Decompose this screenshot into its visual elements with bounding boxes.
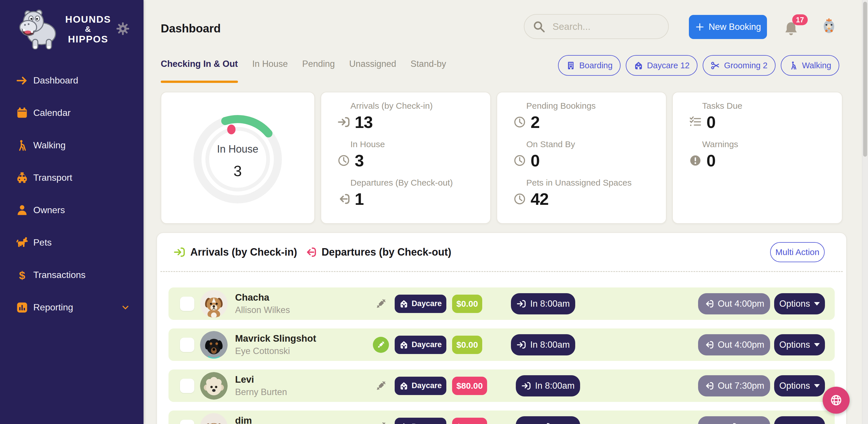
check-out-button[interactable]: Out 4:00pm bbox=[698, 334, 770, 355]
tab-pending[interactable]: Pending bbox=[302, 59, 335, 71]
service-label: Daycare bbox=[412, 422, 442, 424]
daycare-icon bbox=[399, 381, 408, 390]
sidebar-item-owners[interactable]: Owners bbox=[0, 194, 144, 226]
check-in-icon bbox=[337, 116, 350, 129]
stat-in-house: In House 3 bbox=[337, 139, 490, 170]
stat-label: Arrivals (by Check-in) bbox=[350, 101, 490, 111]
check-in-button[interactable]: In 8:00am bbox=[511, 293, 575, 315]
stat-card: Pending Bookings 2 On Stand By 0 Pets in… bbox=[497, 92, 667, 224]
stat-tasks-due: Tasks Due 0 bbox=[689, 101, 842, 132]
stat-label: Pending Bookings bbox=[526, 101, 666, 111]
pet-name[interactable]: Levi bbox=[235, 374, 355, 385]
price-badge: $0.00 bbox=[452, 295, 482, 313]
tab-in-house[interactable]: In House bbox=[252, 59, 288, 71]
options-button[interactable]: Options bbox=[774, 293, 825, 315]
user-avatar[interactable] bbox=[820, 19, 838, 36]
sidebar-item-reporting[interactable]: Reporting bbox=[0, 291, 144, 324]
check-out-button[interactable] bbox=[698, 416, 770, 424]
clock-icon bbox=[337, 154, 350, 167]
row-checkbox[interactable] bbox=[180, 338, 194, 352]
pet-name[interactable]: Chacha bbox=[235, 292, 355, 303]
in-house-donut-chart: In House 3 bbox=[180, 100, 295, 215]
arrow-right-icon bbox=[14, 74, 30, 87]
pet-name[interactable]: dim bbox=[235, 415, 355, 424]
filter-label: Daycare 12 bbox=[647, 61, 689, 70]
service-badge: Daycare bbox=[395, 295, 446, 313]
stat-cards-row: In House 3 Arrivals (by Check-in) 13 In … bbox=[161, 92, 842, 224]
brand-name: HOUNDS & HIPPOS bbox=[64, 14, 113, 45]
sidebar-item-pets[interactable]: Pets bbox=[0, 226, 144, 259]
pet-names: Mavrick Slingshot Eye Cottonski bbox=[235, 333, 355, 356]
row-checkbox[interactable] bbox=[180, 420, 194, 424]
sidebar-item-calendar[interactable]: Calendar bbox=[0, 97, 144, 129]
options-button[interactable] bbox=[774, 416, 825, 424]
arrivals-departures-panel: Arrivals (by Check-in) Departures (by Ch… bbox=[156, 232, 847, 424]
floating-globe-button[interactable] bbox=[823, 387, 849, 414]
tab-unassigned[interactable]: Unassigned bbox=[349, 59, 396, 71]
tab-stand-by[interactable]: Stand-by bbox=[410, 59, 446, 71]
app-window: HOUNDS & HIPPOS Dashboard Calendar Walki… bbox=[0, 0, 868, 424]
caret-down-icon bbox=[814, 343, 820, 347]
arrivals-title: Arrivals (by Check-in) bbox=[190, 246, 297, 258]
price-badge: $80.00 bbox=[452, 418, 487, 424]
check-in-button[interactable] bbox=[516, 416, 580, 424]
check-out-icon bbox=[337, 193, 350, 205]
dog-icon bbox=[14, 236, 30, 249]
row-checkbox[interactable] bbox=[180, 297, 194, 311]
pet-avatar bbox=[200, 372, 228, 400]
options-button[interactable]: Options bbox=[774, 334, 825, 355]
check-in-button[interactable]: In 8:00am bbox=[511, 334, 575, 355]
filter-daycare-12[interactable]: Daycare 12 bbox=[626, 55, 698, 76]
check-out-icon bbox=[704, 299, 714, 309]
check-in-icon bbox=[521, 381, 531, 391]
check-out-button[interactable]: Out 7:30pm bbox=[698, 375, 770, 396]
sidebar-item-dashboard[interactable]: Dashboard bbox=[0, 64, 144, 97]
sidebar-item-walking[interactable]: Walking bbox=[0, 129, 144, 162]
filter-label: Walking bbox=[802, 61, 831, 70]
search-box[interactable] bbox=[524, 14, 669, 39]
sidebar: HOUNDS & HIPPOS Dashboard Calendar Walki… bbox=[0, 0, 144, 424]
report-icon bbox=[14, 301, 30, 314]
multi-action-button[interactable]: Multi Action bbox=[770, 242, 825, 262]
vaccine-syringe-icon bbox=[373, 419, 389, 424]
stat-card: Arrivals (by Check-in) 13 In House 3 Dep… bbox=[321, 92, 491, 224]
departures-title: Departures (by Check-out) bbox=[321, 246, 451, 258]
notifications-button[interactable]: 17 bbox=[783, 16, 803, 39]
scrollbar-track[interactable] bbox=[862, 0, 868, 424]
tab-checking-in-out[interactable]: Checking In & Out bbox=[161, 59, 238, 71]
pet-names: Chacha Allison Wilkes bbox=[235, 292, 355, 315]
service-label: Daycare bbox=[412, 381, 442, 390]
stat-label: In House bbox=[350, 139, 490, 149]
owner-name: Eye Cottonski bbox=[235, 346, 355, 356]
search-input[interactable] bbox=[552, 21, 665, 32]
check-out-button[interactable]: Out 4:00pm bbox=[698, 293, 770, 315]
new-booking-button[interactable]: New Booking bbox=[689, 15, 767, 39]
filter-walking[interactable]: Walking bbox=[781, 55, 839, 76]
vaccine-syringe-icon bbox=[373, 296, 389, 312]
service-badge: Daycare bbox=[395, 377, 446, 395]
options-button[interactable]: Options bbox=[774, 375, 825, 396]
filter-label: Boarding bbox=[579, 61, 613, 70]
service-filter-bar: BoardingDaycare 12Grooming 2Walking bbox=[558, 55, 839, 76]
gauge-center-label: In House bbox=[217, 143, 258, 155]
scrollbar-thumb[interactable] bbox=[863, 2, 867, 157]
gear-icon[interactable] bbox=[116, 22, 130, 36]
brand-header: HOUNDS & HIPPOS bbox=[0, 0, 144, 57]
service-badge: Daycare bbox=[395, 418, 446, 424]
pet-name[interactable]: Mavrick Slingshot bbox=[235, 333, 355, 344]
stat-pets-in-unassigned-spaces: Pets in Unassigned Spaces 42 bbox=[513, 178, 666, 209]
pet-names: dim bbox=[235, 415, 355, 424]
daycare-icon bbox=[399, 422, 408, 424]
stat-value: 42 bbox=[531, 189, 549, 208]
check-in-icon bbox=[516, 340, 526, 350]
chevron-down-icon[interactable] bbox=[121, 303, 130, 313]
stat-label: On Stand By bbox=[526, 139, 666, 149]
filter-boarding[interactable]: Boarding bbox=[558, 55, 621, 76]
stat-label: Tasks Due bbox=[702, 101, 842, 111]
sidebar-item-transactions[interactable]: Transactions bbox=[0, 259, 144, 291]
check-in-button[interactable]: In 8:00am bbox=[516, 375, 580, 396]
filter-grooming-2[interactable]: Grooming 2 bbox=[703, 55, 776, 76]
sidebar-item-transport[interactable]: Transport bbox=[0, 162, 144, 194]
row-checkbox[interactable] bbox=[180, 379, 194, 393]
panel-header: Arrivals (by Check-in) Departures (by Ch… bbox=[157, 233, 846, 271]
